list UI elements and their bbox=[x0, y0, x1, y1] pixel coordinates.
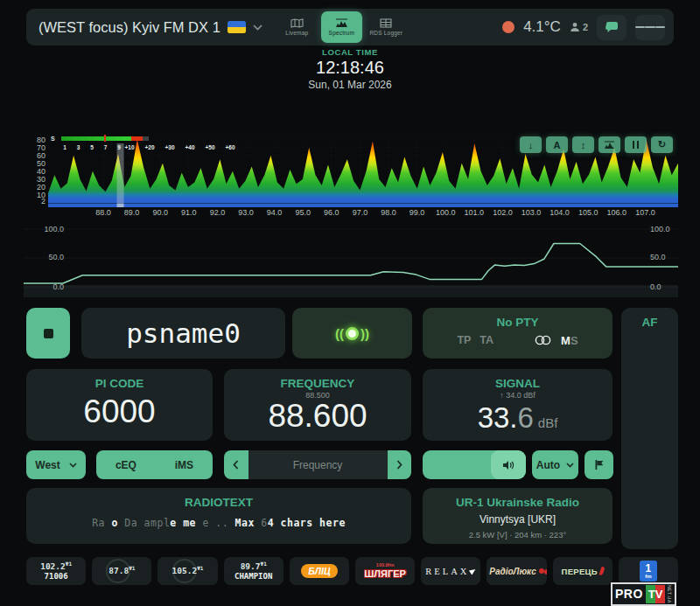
svg-text:93.0: 93.0 bbox=[238, 208, 254, 217]
station-logo-relax: RELAX bbox=[425, 567, 476, 576]
spectrum-vertical-zoom-button[interactable]: ↕ bbox=[572, 136, 594, 153]
spectrum-analyzer[interactable]: 8070605040302010288.089.090.091.092.093.… bbox=[26, 131, 678, 219]
signal-panel: SIGNAL ↑ 34.0 dBf 33.6dBf bbox=[423, 369, 612, 441]
svg-text:106.0: 106.0 bbox=[607, 208, 627, 217]
preset-station-button[interactable]: 1fm bbox=[619, 557, 678, 585]
signal-value-dec: 6 bbox=[518, 401, 534, 434]
frequency-input[interactable] bbox=[248, 450, 388, 479]
ims-toggle[interactable]: iMS bbox=[175, 459, 193, 471]
preset-frequency: 102.2Ψ1 bbox=[40, 561, 72, 572]
svg-text:0.0: 0.0 bbox=[650, 282, 662, 291]
pty-panel: No PTY TP TA MS bbox=[423, 308, 612, 359]
preset-station-button[interactable]: 89.7Ψ1CHAMPION bbox=[224, 557, 284, 585]
protv-watermark: PRO TV NET.UA bbox=[611, 582, 676, 606]
ps-name: psname0 bbox=[126, 317, 241, 349]
pepper-icon bbox=[598, 567, 605, 576]
svg-text:107.0: 107.0 bbox=[635, 208, 655, 217]
broadcast-signal-icon: (()) bbox=[335, 326, 369, 341]
pty-value: No PTY bbox=[423, 316, 612, 329]
spectrum-pause-button[interactable] bbox=[625, 136, 647, 153]
local-clock: LOCAL TIME 12:18:46 Sun, 01 Mar 2026 bbox=[0, 47, 700, 91]
svg-text:90.0: 90.0 bbox=[152, 208, 168, 217]
svg-text:104.0: 104.0 bbox=[550, 208, 570, 217]
s-meter-tick: +20 bbox=[144, 144, 154, 150]
preset-frequency: 87.8Ψ1 bbox=[108, 565, 135, 576]
tp-flag: TP bbox=[457, 334, 471, 346]
station-selector[interactable]: (WEST focus) Kyiv FM DX 1 bbox=[26, 19, 275, 36]
chat-bubble-icon bbox=[606, 22, 619, 33]
svg-text:95.0: 95.0 bbox=[295, 208, 311, 217]
stereo-icon bbox=[534, 335, 552, 345]
nav-rds-logger-button[interactable]: RDS Logger bbox=[366, 11, 407, 43]
temperature-dot-icon bbox=[502, 21, 514, 33]
eq-toggle[interactable]: cEQ bbox=[116, 459, 136, 471]
spectrum-autoscale-button[interactable]: A bbox=[546, 136, 568, 153]
clock-label: LOCAL TIME bbox=[0, 47, 700, 57]
svg-text:50.0: 50.0 bbox=[650, 253, 666, 261]
stop-record-button[interactable] bbox=[26, 308, 70, 359]
preset-station-button[interactable]: 87.8Ψ1 bbox=[92, 557, 151, 585]
report-flag-button[interactable] bbox=[584, 450, 613, 479]
mode-select[interactable]: Auto bbox=[532, 450, 578, 479]
volume-slider-handle[interactable] bbox=[491, 450, 526, 479]
radiotext-segment: e bbox=[196, 517, 215, 529]
preset-station-button[interactable]: РадіоЛюкс bbox=[486, 557, 546, 585]
spectrum-refresh-button[interactable]: ↻ bbox=[651, 136, 673, 153]
svg-text:105.0: 105.0 bbox=[578, 208, 598, 217]
preset-station-button[interactable]: БЛІЦ bbox=[290, 557, 349, 585]
svg-text:2: 2 bbox=[41, 197, 46, 205]
radiotext-segment: Ra bbox=[92, 517, 111, 529]
signal-unit: dBf bbox=[538, 415, 558, 430]
s-meter-tick: +30 bbox=[164, 144, 174, 150]
svg-text:88.0: 88.0 bbox=[95, 208, 111, 217]
spectrum-graph-style-button[interactable] bbox=[598, 136, 620, 153]
signal-value-int: 33. bbox=[478, 401, 518, 434]
header-bar: (WEST focus) Kyiv FM DX 1 Livemap Spectr… bbox=[26, 9, 674, 45]
signal-history-graph: 100.0100.050.050.00.00.0 bbox=[24, 220, 678, 299]
preset-station-button[interactable]: ПЕРЕЦЬ bbox=[553, 557, 612, 585]
menu-button[interactable] bbox=[635, 15, 665, 40]
frequency-panel[interactable]: FREQUENCY 88.500 88.600 bbox=[224, 369, 411, 441]
chevron-right-icon bbox=[396, 460, 402, 470]
header-right: 4.1°C 2 bbox=[502, 15, 674, 40]
spectrum-toolbar: ↓ A ↕ ↻ bbox=[520, 136, 673, 153]
svg-text:101.0: 101.0 bbox=[465, 208, 485, 217]
svg-text:94.0: 94.0 bbox=[267, 208, 283, 217]
header-nav: Livemap Spectrum RDS Logger bbox=[276, 11, 407, 43]
volume-slider[interactable] bbox=[423, 450, 526, 479]
listener-count: 2 bbox=[570, 22, 588, 32]
nav-spectrum-button[interactable]: Spectrum bbox=[321, 11, 362, 43]
antenna-select-value: West bbox=[35, 459, 60, 471]
preset-station-button[interactable]: 105.2Ψ1 bbox=[158, 557, 217, 585]
spectrum-scale-down-button[interactable]: ↓ bbox=[520, 136, 542, 153]
signal-plot: 100.0100.050.050.00.00.0 bbox=[24, 220, 678, 299]
svg-text:50.0: 50.0 bbox=[48, 253, 64, 261]
tune-up-button[interactable] bbox=[388, 450, 412, 479]
station-location: Vinnytsya [UKR] bbox=[423, 513, 612, 526]
preset-station-button[interactable]: 102.2Ψ171006 bbox=[26, 557, 86, 585]
signal-label: SIGNAL bbox=[423, 377, 612, 390]
tune-down-button[interactable] bbox=[224, 450, 248, 479]
chat-button[interactable] bbox=[597, 15, 626, 40]
pause-icon bbox=[633, 141, 635, 149]
preset-sub-label: CHAMPION bbox=[234, 572, 272, 582]
radiotext-segment: Da bbox=[124, 517, 144, 529]
station-logo-perets: ПЕРЕЦЬ bbox=[562, 567, 604, 576]
pi-code-panel: PI CODE 6000 bbox=[26, 369, 213, 441]
preset-station-button[interactable]: RELAX bbox=[421, 557, 480, 585]
s-meter-tick: 7 bbox=[104, 144, 108, 150]
nav-spectrum-label: Spectrum bbox=[329, 30, 354, 36]
menu-icon bbox=[635, 26, 645, 28]
nav-livemap-button[interactable]: Livemap bbox=[276, 11, 318, 43]
chevron-down-icon bbox=[566, 463, 574, 468]
antenna-select[interactable]: West bbox=[26, 450, 86, 479]
nav-rds-logger-label: RDS Logger bbox=[369, 30, 402, 36]
s-meter-tick: 5 bbox=[90, 144, 94, 150]
graph-style-icon bbox=[604, 141, 615, 150]
s-meter-peak-marker bbox=[104, 135, 106, 142]
af-panel-title: AF bbox=[621, 316, 678, 329]
signal-peak: ↑ 34.0 dBf bbox=[423, 392, 612, 400]
pi-code-label: PI CODE bbox=[26, 377, 213, 390]
radiotext-segment: 6 bbox=[261, 517, 267, 529]
preset-station-button[interactable]: 100.9fmШЛЯГЕР bbox=[355, 557, 415, 585]
